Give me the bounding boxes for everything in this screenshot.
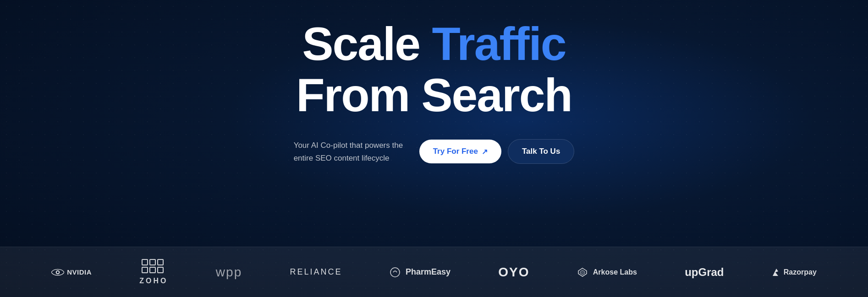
cta-row: Your AI Co-pilot that powers the entire … (294, 139, 575, 164)
nvidia-eye-icon (51, 268, 64, 276)
reliance-label: ReLIANCe (290, 267, 342, 277)
buttons-group: Try For Free ↗ Talk To Us (419, 139, 575, 164)
upgrad-label: upGrad (685, 266, 724, 279)
logo-wpp: wpp (216, 265, 242, 280)
zoho-label: ZOHO (139, 277, 168, 285)
logo-upgrad: upGrad (685, 266, 724, 279)
headline-line2: From Search (296, 70, 572, 121)
razorpay-label: Razorpay (784, 268, 817, 276)
wpp-label: wpp (216, 265, 242, 280)
logo-oyo: OYO (498, 265, 529, 280)
try-for-free-label: Try For Free (433, 147, 478, 156)
main-content: Scale Traffic From Search Your AI Co-pil… (294, 18, 575, 164)
talk-to-us-label: Talk To Us (522, 147, 560, 156)
logo-nvidia: nVidia (51, 268, 92, 276)
logos-bar: nVidia ZOHO wpp ReLIANCe (0, 247, 868, 297)
headline: Scale Traffic From Search (296, 18, 572, 121)
headline-scale: Scale (302, 18, 432, 70)
oyo-label: OYO (498, 265, 529, 280)
try-for-free-button[interactable]: Try For Free ↗ (419, 140, 501, 163)
logo-pharmeasy: PharmEasy (390, 267, 450, 277)
arkose-label: Arkose Labs (593, 268, 637, 276)
subtext: Your AI Co-pilot that powers the entire … (294, 139, 408, 164)
logo-zoho: ZOHO (139, 259, 168, 285)
headline-line1: Scale Traffic (296, 18, 572, 70)
pharmeasy-icon (390, 267, 400, 277)
svg-point-1 (57, 271, 59, 273)
zoho-squares-icon (142, 259, 164, 273)
logo-reliance: ReLIANCe (290, 267, 342, 277)
pharmeasy-label: PharmEasy (406, 267, 450, 277)
talk-to-us-button[interactable]: Talk To Us (508, 139, 574, 164)
svg-point-2 (390, 268, 400, 277)
logo-razorpay: Razorpay (772, 268, 817, 277)
arkose-icon (577, 267, 588, 277)
arrow-icon: ↗ (482, 147, 488, 156)
headline-traffic: Traffic (432, 18, 566, 70)
razorpay-icon (772, 268, 779, 277)
hero-section: Scale Traffic From Search Your AI Co-pil… (0, 0, 868, 297)
nvidia-label: nVidia (67, 268, 92, 276)
logo-arkose: Arkose Labs (577, 267, 637, 277)
